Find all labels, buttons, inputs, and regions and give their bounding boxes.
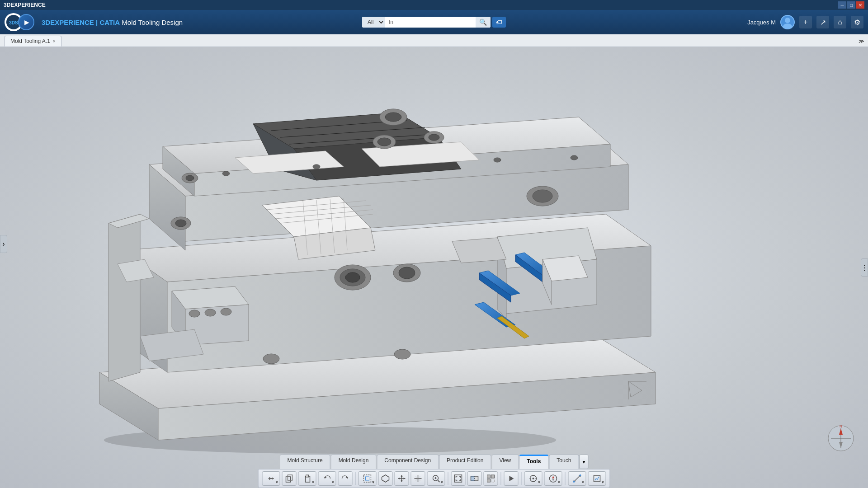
tag-button[interactable]: 🏷 <box>492 17 506 28</box>
svg-point-62 <box>429 134 439 141</box>
svg-marker-78 <box>452 238 506 263</box>
copy-tool-button[interactable] <box>282 471 297 486</box>
svg-rect-128 <box>594 475 600 482</box>
logo-area: 3DS ▶ 3DEXPERIENCE | CATIA Mold Tooling … <box>5 13 183 31</box>
svg-rect-92 <box>306 475 309 477</box>
tab-touch[interactable]: Touch <box>549 455 579 469</box>
svg-rect-112 <box>487 475 491 478</box>
window-controls: ─ □ ✕ <box>838 1 864 9</box>
3d-model <box>0 47 868 488</box>
separator-2 <box>448 472 448 485</box>
toolbar-more-button[interactable]: ▼ <box>579 455 588 469</box>
svg-point-53 <box>175 220 186 227</box>
tab-component-design[interactable]: Component Design <box>377 455 439 469</box>
svg-point-69 <box>494 158 501 162</box>
user-avatar[interactable] <box>780 15 795 29</box>
svg-point-126 <box>573 481 575 483</box>
transform-tool-button[interactable]: ▼ <box>262 471 280 486</box>
toolbar-tab-bar: Mold Structure Mold Design Component Des… <box>258 455 610 469</box>
svg-point-118 <box>533 478 534 479</box>
svg-marker-35 <box>108 214 140 381</box>
search-button[interactable]: 🔍 <box>476 17 491 28</box>
play-button[interactable]: ▶ <box>18 14 34 30</box>
redo-button[interactable] <box>338 471 353 486</box>
tab-close-button[interactable]: × <box>53 39 56 44</box>
separator-3 <box>501 472 501 485</box>
tab-label: Component Design <box>384 457 431 464</box>
compass-tool-button[interactable]: ▼ <box>544 471 562 486</box>
restore-button[interactable]: □ <box>847 1 855 9</box>
svg-point-74 <box>263 354 279 364</box>
svg-marker-125 <box>552 479 554 482</box>
share-button[interactable]: ↗ <box>816 16 829 28</box>
close-button[interactable]: ✕ <box>856 1 864 9</box>
minimize-button[interactable]: ─ <box>838 1 846 9</box>
svg-marker-116 <box>509 476 514 481</box>
svg-marker-124 <box>552 475 554 479</box>
svg-marker-93 <box>324 477 327 479</box>
tab-view[interactable]: View <box>491 455 519 469</box>
brand-name: 3DEXPERIENCE | CATIA <box>42 19 120 26</box>
section-view-button[interactable] <box>467 471 482 486</box>
separator-1 <box>355 472 356 485</box>
3d-view-button[interactable] <box>378 471 393 486</box>
tab-mold-structure[interactable]: Mold Structure <box>280 455 330 469</box>
hide-show-button[interactable] <box>484 471 498 486</box>
tab-product-edition[interactable]: Product Edition <box>439 455 491 469</box>
tab-label: Mold Design <box>339 457 369 464</box>
svg-point-64 <box>186 175 194 181</box>
header-right: Jacques M + ↗ ⌂ ⚙ <box>747 15 863 29</box>
user-name: Jacques M <box>747 19 776 26</box>
undo-button[interactable]: ▼ <box>318 471 336 486</box>
svg-marker-101 <box>401 480 403 482</box>
svg-rect-95 <box>364 475 371 482</box>
home-button[interactable]: ⌂ <box>834 16 846 28</box>
tab-mold-design[interactable]: Mold Design <box>331 455 377 469</box>
svg-point-49 <box>189 310 200 317</box>
svg-marker-94 <box>346 477 349 479</box>
svg-point-58 <box>399 267 415 279</box>
move-tool-button[interactable] <box>395 471 409 486</box>
svg-text:3DS: 3DS <box>9 20 18 25</box>
tab-label: Touch <box>557 457 571 464</box>
separator-5 <box>565 472 566 485</box>
play-button[interactable] <box>504 471 519 486</box>
svg-marker-102 <box>398 478 400 479</box>
search-filter[interactable]: All <box>362 17 385 28</box>
svg-rect-114 <box>487 479 491 482</box>
settings-button[interactable]: ⚙ <box>851 16 863 28</box>
zoom-tool-button[interactable]: ▼ <box>427 471 445 486</box>
add-button[interactable]: + <box>799 16 812 28</box>
svg-point-70 <box>571 155 578 160</box>
tab-expand-button[interactable]: ≫ <box>855 36 868 46</box>
tab-label: Mold Tooling A.1 <box>10 38 50 44</box>
pan-tool-button[interactable] <box>411 471 425 486</box>
title-bar: 3DEXPERIENCE ─ □ ✕ <box>0 0 868 10</box>
search-input[interactable] <box>385 17 476 27</box>
svg-point-75 <box>394 349 410 359</box>
snap-tool-button[interactable]: ▼ <box>524 471 542 486</box>
3d-viewport[interactable]: ⋮ N Mold Structure Mold Design Component… <box>0 47 868 488</box>
svg-point-72 <box>385 113 401 122</box>
measure-tool-button[interactable]: ▼ <box>568 471 586 486</box>
left-panel-toggle[interactable]: › <box>0 235 7 253</box>
svg-point-3 <box>783 23 792 28</box>
svg-line-105 <box>438 480 440 482</box>
svg-rect-89 <box>286 477 291 482</box>
svg-rect-108 <box>455 475 462 482</box>
tab-tools[interactable]: Tools <box>519 455 548 469</box>
tab-mold-tooling[interactable]: Mold Tooling A.1 × <box>5 36 61 47</box>
select-tool-button[interactable]: ▼ <box>359 471 377 486</box>
svg-rect-90 <box>288 475 292 480</box>
fit-all-button[interactable] <box>451 471 466 486</box>
chevron-right-icon: › <box>2 240 5 248</box>
right-panel-toggle[interactable]: ⋮ <box>861 258 868 277</box>
tab-label: Product Edition <box>447 457 483 464</box>
module-name: Mold Tooling Design <box>122 19 183 26</box>
app-title: 3DEXPERIENCE | CATIA Mold Tooling Design <box>42 19 183 26</box>
tab-label: View <box>499 457 511 464</box>
paste-tool-button[interactable]: ▼ <box>298 471 316 486</box>
analysis-tool-button[interactable]: ▼ <box>588 471 606 486</box>
svg-marker-103 <box>404 478 406 479</box>
svg-point-51 <box>221 308 231 315</box>
